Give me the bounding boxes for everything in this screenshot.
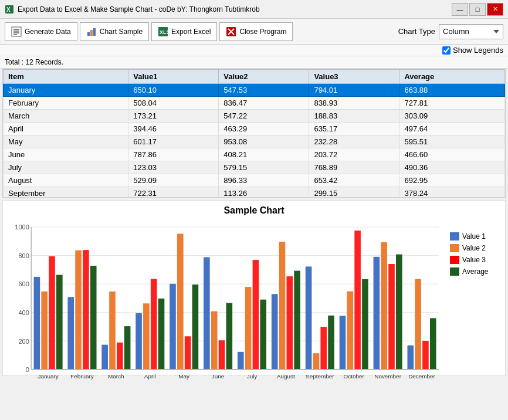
- svg-rect-35: [90, 266, 97, 370]
- cell-item: June: [4, 148, 128, 161]
- svg-text:X: X: [6, 6, 11, 13]
- status-bar: Total : 12 Records.: [0, 56, 508, 69]
- svg-rect-30: [56, 275, 63, 370]
- svg-rect-44: [151, 279, 157, 370]
- legend-label: Average: [462, 267, 488, 276]
- title-bar: X Export Data to Excel & Make Sample Cha…: [0, 0, 508, 19]
- svg-text:March: March: [108, 373, 124, 380]
- svg-rect-55: [226, 303, 233, 369]
- maximize-button[interactable]: □: [469, 3, 486, 16]
- svg-rect-27: [34, 277, 40, 370]
- legend-item: Value 2: [450, 244, 503, 252]
- svg-rect-32: [67, 297, 74, 369]
- cell-v1: 650.10: [128, 84, 219, 97]
- table-row[interactable]: February 508.04 836.47 838.93 727.81: [4, 97, 505, 110]
- toolbar: Generate Data Chart Sample XLS Export Ex…: [0, 19, 508, 45]
- table-row[interactable]: January 650.10 547.53 794.01 663.88: [4, 84, 505, 97]
- cell-v3: 768.89: [309, 161, 399, 174]
- svg-rect-57: [238, 352, 244, 370]
- svg-text:October: October: [344, 373, 365, 380]
- export-excel-button[interactable]: XLS Export Excel: [151, 22, 217, 41]
- cell-avg: 727.81: [399, 97, 505, 110]
- svg-rect-79: [388, 264, 395, 370]
- close-program-icon: [226, 26, 236, 37]
- cell-avg: 595.51: [399, 136, 505, 148]
- show-legends-label[interactable]: Show Legends: [453, 46, 503, 55]
- window-title: Export Data to Excel & Make Sample Chart…: [18, 5, 452, 13]
- svg-text:1000: 1000: [15, 223, 29, 231]
- svg-text:February: February: [70, 373, 94, 380]
- chart-type-label: Chart Type: [398, 27, 435, 36]
- svg-text:800: 800: [18, 252, 29, 259]
- legend-item: Value 3: [450, 256, 503, 264]
- svg-rect-68: [313, 353, 320, 369]
- cell-avg: 378.24: [399, 187, 505, 198]
- svg-rect-52: [204, 258, 210, 370]
- chart-title: Sample Chart: [5, 205, 503, 216]
- cell-v1: 529.09: [128, 174, 219, 187]
- legend-label: Value 2: [462, 244, 486, 252]
- legend-label: Value 3: [462, 256, 486, 264]
- cell-avg: 466.60: [399, 148, 505, 161]
- svg-rect-40: [124, 326, 131, 370]
- cell-item: March: [4, 110, 128, 123]
- chart-type-select[interactable]: Column Bar Line Pie: [439, 24, 503, 39]
- cell-avg: 490.36: [399, 161, 505, 174]
- svg-rect-85: [430, 318, 436, 369]
- generate-data-button[interactable]: Generate Data: [5, 22, 77, 41]
- svg-text:June: June: [212, 373, 225, 380]
- data-table: Item Value1 Value2 Value3 Average Januar…: [3, 69, 505, 198]
- show-legends-checkbox[interactable]: [442, 46, 451, 55]
- generate-data-icon: [11, 26, 22, 37]
- svg-text:November: November: [374, 373, 401, 380]
- table-row[interactable]: April 394.46 463.29 635.17 497.64: [4, 123, 505, 136]
- cell-v2: 896.33: [219, 174, 309, 187]
- table-row[interactable]: August 529.09 896.33 653.42 692.95: [4, 174, 505, 187]
- cell-v1: 601.17: [128, 136, 219, 148]
- col-value2: Value2: [219, 70, 309, 84]
- svg-rect-80: [396, 255, 402, 370]
- svg-rect-84: [422, 341, 429, 370]
- legend-color-box: [450, 232, 459, 241]
- cell-item: July: [4, 161, 128, 174]
- svg-rect-77: [374, 257, 380, 370]
- cell-v3: 232.28: [309, 136, 399, 148]
- table-row[interactable]: September 722.31 113.26 299.15 378.24: [4, 187, 505, 198]
- svg-rect-50: [192, 284, 199, 369]
- svg-text:December: December: [408, 373, 435, 380]
- table-row[interactable]: May 601.17 953.08 232.28 595.51: [4, 136, 505, 148]
- cell-v1: 508.04: [128, 97, 219, 110]
- svg-rect-48: [177, 233, 184, 369]
- svg-rect-42: [136, 313, 142, 370]
- cell-v2: 547.53: [219, 84, 309, 97]
- svg-rect-69: [320, 327, 327, 370]
- table-row[interactable]: March 173.21 547.22 188.83 303.09: [4, 110, 505, 123]
- svg-text:September: September: [306, 373, 334, 380]
- data-table-container[interactable]: Item Value1 Value2 Value3 Average Januar…: [2, 69, 506, 198]
- svg-rect-67: [306, 266, 312, 369]
- svg-rect-74: [354, 231, 361, 370]
- svg-rect-29: [49, 256, 55, 370]
- minimize-button[interactable]: —: [452, 3, 468, 16]
- chart-area: 02004006008001000JanuaryFebruaryMarchApr…: [5, 221, 445, 373]
- table-row[interactable]: July 123.03 579.15 768.89 490.36: [4, 161, 505, 174]
- svg-rect-83: [415, 279, 421, 370]
- svg-rect-33: [75, 250, 82, 370]
- cell-v1: 123.03: [128, 161, 219, 174]
- cell-v3: 203.72: [309, 148, 399, 161]
- cell-v1: 722.31: [128, 187, 219, 198]
- svg-text:0: 0: [26, 366, 29, 373]
- svg-rect-34: [83, 250, 89, 370]
- col-average: Average: [399, 70, 505, 84]
- table-row[interactable]: June 787.86 408.21 203.72 466.60: [4, 148, 505, 161]
- cell-v2: 836.47: [219, 97, 309, 110]
- close-program-button[interactable]: Close Program: [219, 22, 293, 41]
- svg-rect-8: [90, 30, 93, 36]
- cell-item: February: [4, 97, 128, 110]
- svg-rect-39: [117, 343, 123, 370]
- svg-rect-75: [362, 279, 368, 370]
- cell-v1: 173.21: [128, 110, 219, 123]
- chart-sample-button[interactable]: Chart Sample: [80, 22, 149, 41]
- cell-v2: 113.26: [219, 187, 309, 198]
- close-button[interactable]: ✕: [487, 3, 503, 16]
